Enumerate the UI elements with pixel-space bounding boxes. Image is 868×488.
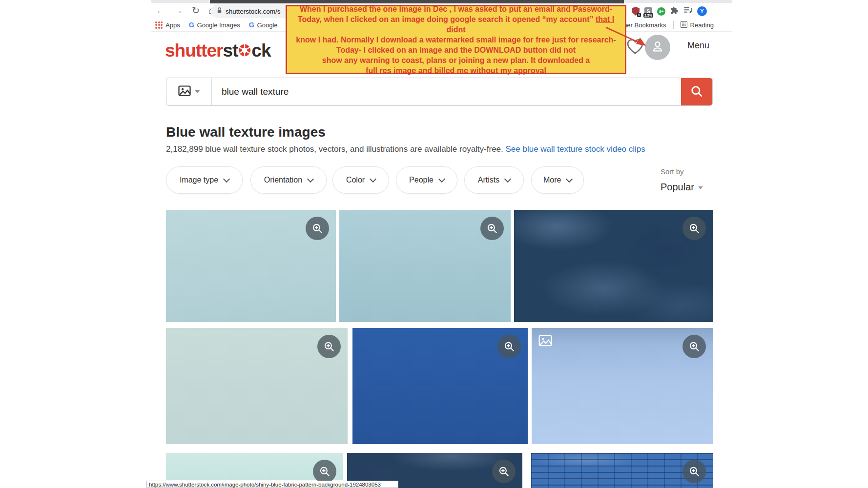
shutterstock-logo[interactable]: shutterstck bbox=[165, 40, 270, 61]
address-bar[interactable]: shutterstock.com/s bbox=[211, 4, 294, 18]
search-input[interactable] bbox=[212, 78, 681, 105]
bookmark-google-images[interactable]: G Google Images bbox=[189, 21, 240, 29]
search-result-image[interactable] bbox=[514, 210, 713, 322]
filter-orientation[interactable]: Orientation bbox=[250, 166, 327, 194]
logo-text-dark: ck bbox=[251, 41, 270, 61]
zoom-preview-button[interactable] bbox=[682, 460, 706, 483]
sort-by-label: Sort by bbox=[661, 167, 684, 176]
chevron-down-icon bbox=[504, 176, 511, 183]
zoom-preview-button[interactable] bbox=[492, 460, 516, 483]
results-subtitle: 2,182,899 blue wall texture stock photos… bbox=[166, 144, 645, 154]
green-extension-icon[interactable]: 8+ bbox=[657, 7, 665, 16]
chevron-down-icon bbox=[566, 176, 573, 183]
filter-color[interactable]: Color bbox=[332, 166, 389, 194]
search-result-image[interactable] bbox=[166, 328, 348, 444]
zoom-preview-button[interactable] bbox=[313, 460, 336, 483]
logo-text-red: shutter bbox=[165, 41, 223, 61]
annotation-line: Today- I clicked on an image and the DOW… bbox=[290, 45, 622, 55]
forward-icon[interactable]: → bbox=[172, 5, 185, 17]
bookmark-label: Google bbox=[257, 21, 278, 29]
bookmark-google[interactable]: G Google bbox=[249, 21, 278, 29]
search-result-image[interactable] bbox=[532, 328, 713, 444]
url-text: shutterstock.com/s bbox=[226, 8, 281, 15]
person-icon bbox=[650, 39, 665, 56]
bookmark-label: Apps bbox=[165, 21, 180, 29]
reload-icon[interactable]: ↻ bbox=[189, 5, 202, 17]
search-result-image[interactable] bbox=[339, 210, 511, 322]
extension-icons: 6 S 2.5% 8+ Y bbox=[632, 3, 707, 19]
chevron-down-icon bbox=[307, 176, 314, 183]
annotation-note: When I purchased the one image in Dec , … bbox=[286, 5, 626, 74]
annotation-line: full res image and billed me without my … bbox=[290, 65, 622, 76]
shield-extension-icon[interactable]: 6 bbox=[632, 7, 640, 16]
puzzle-extensions-icon[interactable] bbox=[670, 6, 679, 17]
s-extension-badge: 2.5% bbox=[643, 13, 653, 18]
shield-badge: 6 bbox=[637, 13, 641, 17]
zoom-preview-button[interactable] bbox=[480, 217, 504, 240]
zoom-preview-button[interactable] bbox=[682, 335, 706, 358]
reading-label: Reading bbox=[690, 21, 714, 29]
zoom-preview-button[interactable] bbox=[682, 217, 706, 240]
bookmarks-divider bbox=[673, 21, 674, 29]
search-result-image[interactable] bbox=[166, 210, 336, 322]
account-avatar[interactable] bbox=[645, 35, 670, 60]
zoom-preview-button[interactable] bbox=[306, 217, 329, 240]
chevron-down-icon bbox=[370, 176, 376, 183]
search-bar bbox=[166, 78, 713, 106]
reading-list[interactable]: Reading bbox=[681, 21, 714, 29]
filter-image-type[interactable]: Image type bbox=[166, 166, 243, 194]
dropdown-triangle-icon bbox=[195, 90, 200, 93]
sort-triangle-icon bbox=[698, 186, 703, 189]
search-result-image[interactable] bbox=[531, 453, 713, 488]
s-extension-icon[interactable]: S 2.5% bbox=[644, 7, 652, 15]
shutter-o-icon bbox=[238, 40, 251, 62]
browser-tab-strip-dark bbox=[210, 0, 624, 3]
reading-list-icon[interactable] bbox=[683, 6, 692, 16]
filter-people[interactable]: People bbox=[396, 166, 457, 194]
chevron-down-icon bbox=[438, 176, 445, 183]
zoom-preview-button[interactable] bbox=[497, 335, 521, 358]
filter-more[interactable]: More bbox=[531, 166, 584, 194]
sort-dropdown[interactable]: Popular bbox=[661, 182, 703, 193]
image-placeholder-icon bbox=[538, 335, 552, 348]
search-type-dropdown[interactable] bbox=[166, 78, 212, 105]
favorites-heart-icon[interactable] bbox=[626, 38, 644, 55]
image-type-icon bbox=[178, 85, 191, 98]
lock-icon bbox=[217, 7, 222, 16]
google-g-icon: G bbox=[189, 21, 194, 29]
page-title: Blue wall texture images bbox=[166, 124, 326, 140]
search-result-image[interactable] bbox=[166, 453, 343, 480]
bookmark-apps[interactable]: Apps bbox=[155, 21, 180, 29]
annotation-line: know I had. Normally I download a waterm… bbox=[290, 35, 622, 45]
filter-artists[interactable]: Artists bbox=[464, 166, 524, 194]
annotation-line: Today, when I clicked on an image doing … bbox=[290, 14, 622, 35]
chevron-down-icon bbox=[223, 176, 230, 183]
annotation-line: show any warning to coast, plans or join… bbox=[290, 55, 622, 65]
bookmark-label: Google Images bbox=[197, 21, 240, 29]
browser-profile-avatar[interactable]: Y bbox=[697, 6, 707, 16]
back-icon[interactable]: ← bbox=[154, 5, 167, 17]
search-icon bbox=[690, 84, 703, 100]
reading-list-panel-icon bbox=[681, 21, 687, 29]
zoom-preview-button[interactable] bbox=[317, 335, 341, 358]
apps-grid-icon bbox=[155, 21, 163, 29]
menu-button[interactable]: Menu bbox=[687, 41, 709, 51]
google-g-icon: G bbox=[249, 21, 254, 29]
search-result-image[interactable] bbox=[352, 328, 528, 444]
annotation-line: When I purchased the one image in Dec , … bbox=[290, 4, 622, 14]
screenshot-root: ← → ↻ ⌂ shutterstock.com/s 6 S 2.5% 8+ bbox=[0, 0, 868, 488]
search-button[interactable] bbox=[681, 78, 712, 105]
video-clips-link[interactable]: See blue wall texture stock video clips bbox=[506, 144, 645, 154]
status-url-tooltip: https://www.shutterstock.com/image-photo… bbox=[146, 481, 398, 488]
logo-text-dark: st bbox=[223, 41, 238, 61]
